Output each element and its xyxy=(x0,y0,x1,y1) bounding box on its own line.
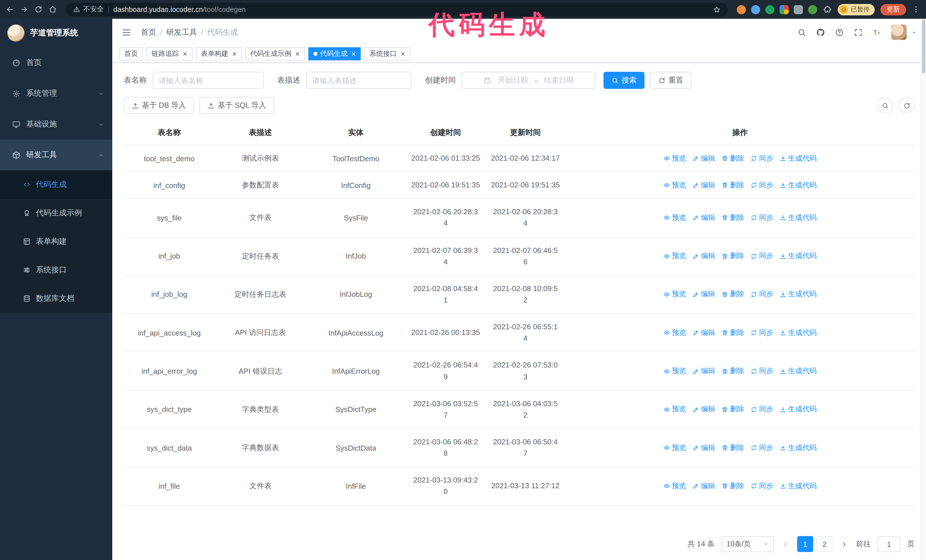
reload-icon[interactable] xyxy=(34,5,43,14)
delete-link[interactable]: 删除 xyxy=(722,180,744,190)
tab-home[interactable]: 首页 xyxy=(119,47,143,60)
preview-link[interactable]: 预览 xyxy=(663,251,686,261)
preview-link[interactable]: 预览 xyxy=(663,328,686,338)
preview-link[interactable]: 预览 xyxy=(663,482,686,491)
leaf-extension-icon[interactable] xyxy=(808,5,817,14)
font-size-icon[interactable]: TT xyxy=(872,28,882,37)
gray-extension-icon[interactable] xyxy=(794,5,803,14)
page-button-1[interactable]: 1 xyxy=(797,536,813,552)
green-check-extension-icon[interactable] xyxy=(765,5,775,14)
delete-link[interactable]: 删除 xyxy=(722,328,744,338)
search-button[interactable]: 搜索 xyxy=(604,72,645,89)
preview-link[interactable]: 预览 xyxy=(663,213,686,223)
home-icon[interactable] xyxy=(48,5,57,14)
goto-page-input[interactable] xyxy=(878,536,900,552)
delete-link[interactable]: 删除 xyxy=(722,290,744,299)
delete-link[interactable]: 删除 xyxy=(722,443,744,453)
edit-link[interactable]: 编辑 xyxy=(692,154,715,163)
preview-link[interactable]: 预览 xyxy=(663,405,686,414)
tab-codegen[interactable]: 代码生成× xyxy=(308,47,361,60)
sidebar-item-form-builder[interactable]: 表单构建 xyxy=(0,227,112,256)
close-tab-icon[interactable]: × xyxy=(295,50,300,57)
generate-code-link[interactable]: 生成代码 xyxy=(779,154,817,163)
close-tab-icon[interactable]: × xyxy=(232,50,236,57)
caret-down-icon[interactable] xyxy=(911,29,917,35)
prev-page-button[interactable] xyxy=(781,540,790,548)
sidebar-item-infrastructure[interactable]: 基础设施 xyxy=(0,109,112,140)
sidebar-item-code-generation[interactable]: 代码生成 xyxy=(0,171,112,199)
preview-link[interactable]: 预览 xyxy=(663,443,686,453)
edit-link[interactable]: 编辑 xyxy=(692,180,715,190)
sidebar-item-dev-tools[interactable]: 研发工具 xyxy=(0,140,112,171)
table-name-input[interactable] xyxy=(153,72,263,89)
bookmark-star-icon[interactable] xyxy=(713,5,721,14)
orange-extension-icon[interactable] xyxy=(737,5,746,14)
breadcrumb-devtools[interactable]: 研发工具 xyxy=(166,27,197,37)
sidebar-item-system-management[interactable]: 系统管理 xyxy=(0,78,112,109)
blue-extension-icon[interactable] xyxy=(751,5,760,14)
sidebar-item-home[interactable]: 首页 xyxy=(0,47,112,78)
sync-link[interactable]: 同步 xyxy=(750,154,773,163)
generate-code-link[interactable]: 生成代码 xyxy=(779,251,817,261)
import-sql-button[interactable]: 基于 SQL 导入 xyxy=(200,97,274,114)
delete-link[interactable]: 删除 xyxy=(722,213,744,223)
close-tab-icon[interactable]: × xyxy=(183,50,187,57)
generate-code-link[interactable]: 生成代码 xyxy=(779,213,817,223)
sync-link[interactable]: 同步 xyxy=(750,328,773,338)
tab-codegen-example[interactable]: 代码生成示例× xyxy=(245,47,304,60)
sync-link[interactable]: 同步 xyxy=(750,213,773,223)
scrollbar[interactable] xyxy=(921,19,926,560)
fullscreen-icon[interactable] xyxy=(853,28,863,37)
tab-form-builder[interactable]: 表单构建× xyxy=(196,47,242,60)
edit-link[interactable]: 编辑 xyxy=(692,443,715,453)
generate-code-link[interactable]: 生成代码 xyxy=(779,443,817,453)
sync-link[interactable]: 同步 xyxy=(750,290,773,299)
breadcrumb-home[interactable]: 首页 xyxy=(141,27,156,37)
search-icon[interactable] xyxy=(797,28,806,37)
edit-link[interactable]: 编辑 xyxy=(692,290,715,299)
sidebar-logo[interactable]: 芋道管理系统 xyxy=(0,19,112,47)
edit-link[interactable]: 编辑 xyxy=(692,213,715,223)
tab-system-api[interactable]: 系统接口× xyxy=(365,47,410,60)
generate-code-link[interactable]: 生成代码 xyxy=(779,482,817,491)
browser-menu-icon[interactable] xyxy=(912,5,920,14)
delete-link[interactable]: 删除 xyxy=(722,482,744,491)
reset-button[interactable]: 重置 xyxy=(650,72,691,89)
refresh-button[interactable] xyxy=(899,97,915,113)
preview-link[interactable]: 预览 xyxy=(663,154,686,163)
generate-code-link[interactable]: 生成代码 xyxy=(779,366,817,376)
sync-link[interactable]: 同步 xyxy=(750,443,773,453)
sync-link[interactable]: 同步 xyxy=(750,180,773,190)
edit-link[interactable]: 编辑 xyxy=(692,251,715,261)
page-size-select[interactable]: 10条/页 xyxy=(722,536,774,552)
sync-link[interactable]: 同步 xyxy=(750,482,773,491)
sidebar-item-db-doc[interactable]: 数据库文档 xyxy=(0,284,112,313)
sidebar-item-codegen-example[interactable]: 代码生成示例 xyxy=(0,199,112,227)
sync-link[interactable]: 同步 xyxy=(750,366,773,376)
generate-code-link[interactable]: 生成代码 xyxy=(779,405,817,414)
security-warning[interactable]: 不安全 xyxy=(73,5,104,14)
generate-code-link[interactable]: 生成代码 xyxy=(779,328,817,338)
page-button-2[interactable]: 2 xyxy=(817,536,832,552)
generate-code-link[interactable]: 生成代码 xyxy=(779,290,817,299)
preview-link[interactable]: 预览 xyxy=(663,366,686,376)
close-tab-icon[interactable]: × xyxy=(401,50,405,57)
close-tab-icon[interactable]: × xyxy=(352,50,356,57)
tab-tracer[interactable]: 链路追踪× xyxy=(147,47,192,60)
sidebar-item-system-api[interactable]: 系统接口 xyxy=(0,256,112,284)
delete-link[interactable]: 删除 xyxy=(722,366,744,376)
address-bar[interactable]: 不安全 dashboard.yudao.iocoder.cn/tool/code… xyxy=(66,3,728,16)
delete-link[interactable]: 删除 xyxy=(722,405,744,414)
scrollbar-thumb[interactable] xyxy=(922,20,925,74)
import-db-button[interactable]: 基于 DB 导入 xyxy=(124,97,194,114)
extensions-puzzle-icon[interactable] xyxy=(823,5,832,14)
preview-link[interactable]: 预览 xyxy=(663,180,686,190)
edit-link[interactable]: 编辑 xyxy=(692,405,715,414)
help-icon[interactable] xyxy=(835,28,844,37)
generate-code-link[interactable]: 生成代码 xyxy=(779,180,817,190)
user-avatar[interactable] xyxy=(891,24,906,40)
github-icon[interactable] xyxy=(816,28,825,37)
sync-link[interactable]: 同步 xyxy=(750,251,773,261)
preview-link[interactable]: 预览 xyxy=(663,290,686,299)
edit-link[interactable]: 编辑 xyxy=(692,366,715,376)
